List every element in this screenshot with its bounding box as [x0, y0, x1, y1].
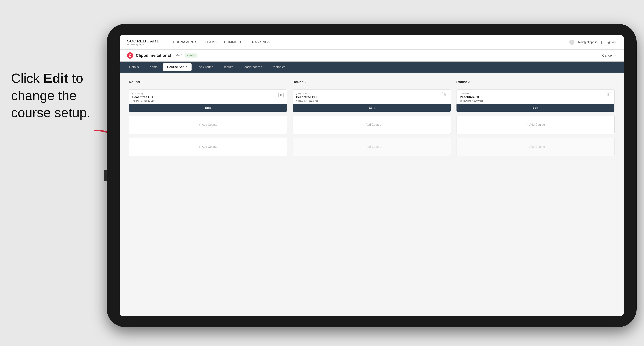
round-2-course-details: Yellow (M) (6629 yds)	[296, 99, 319, 102]
rounds-container: Round 1 (Course A) Peachtree GC Yellow (…	[129, 80, 614, 156]
round-1-add-course-1-plus-icon: +	[198, 123, 200, 127]
round-2-add-course-2-label: Add Course	[366, 145, 381, 149]
round-3-course-name: Peachtree GC	[460, 95, 483, 99]
tab-results[interactable]: Results	[218, 63, 237, 71]
hosting-badge: Hosting	[185, 53, 197, 57]
clippd-logo: C	[127, 52, 133, 59]
logo-main-text: SCOREBOARD	[127, 39, 160, 43]
scoreboard-logo: SCOREBOARD Powered by clippd	[127, 39, 160, 46]
round-1-add-course-1-label: Add Course	[202, 123, 218, 126]
tab-details[interactable]: Details	[125, 63, 143, 71]
nav-links: TOURNAMENTS TEAMS COMMITTEE RANKINGS	[171, 39, 560, 45]
round-2-edit-button[interactable]: Edit	[293, 104, 450, 112]
round-3-delete-button[interactable]: 🗑	[606, 92, 611, 97]
round-1-column: Round 1 (Course A) Peachtree GC Yellow (…	[129, 80, 287, 156]
round-2-course-card: (Course A) Peachtree GC Yellow (M) (6629…	[292, 89, 451, 112]
tablet-device: SCOREBOARD Powered by clippd TOURNAMENTS…	[107, 24, 637, 327]
round-3-column: Round 3 (Course A) Peachtree GC Yellow (…	[456, 80, 614, 156]
round-1-edit-button[interactable]: Edit	[129, 104, 287, 112]
tabs-bar: Details Teams Course Setup Tee Groups Re…	[120, 62, 624, 73]
round-2-add-course-1-label: Add Course	[366, 123, 381, 126]
tablet-screen: SCOREBOARD Powered by clippd TOURNAMENTS…	[120, 35, 624, 316]
round-2-delete-button[interactable]: 🗑	[442, 92, 447, 97]
tab-leaderboards[interactable]: Leaderboards	[239, 63, 266, 71]
round-2-add-course-1-plus-icon: +	[362, 123, 364, 127]
nav-separator: |	[601, 41, 602, 44]
round-3-course-card: (Course A) Peachtree GC Yellow (M) (6629…	[456, 89, 614, 112]
round-3-course-details: Yellow (M) (6629 yds)	[460, 99, 483, 102]
round-2-course-name: Peachtree GC	[296, 95, 319, 99]
tournament-gender: (Men)	[174, 54, 182, 57]
round-1-course-details: Yellow (M) (6629 yds)	[132, 99, 155, 102]
user-email: blair@clippd.io	[578, 41, 598, 44]
round-2-course-header: (Course A) Peachtree GC Yellow (M) (6629…	[293, 90, 450, 104]
cancel-button[interactable]: Cancel ✕	[602, 53, 616, 57]
round-1-add-course-2-label: Add Course	[202, 145, 218, 149]
round-1-add-course-2[interactable]: + Add Course	[129, 138, 287, 156]
round-2-course-info: (Course A) Peachtree GC Yellow (M) (6629…	[296, 92, 319, 102]
round-1-title: Round 1	[129, 80, 287, 84]
round-2-add-course-1[interactable]: + Add Course	[292, 116, 451, 134]
round-3-edit-button[interactable]: Edit	[456, 104, 614, 112]
top-navigation: SCOREBOARD Powered by clippd TOURNAMENTS…	[120, 35, 624, 50]
tab-course-setup[interactable]: Course Setup	[163, 63, 192, 71]
round-2-column: Round 2 (Course A) Peachtree GC Yellow (…	[292, 80, 451, 156]
round-3-title: Round 3	[456, 80, 614, 84]
tablet-side-button	[104, 170, 107, 181]
tab-printables[interactable]: Printables	[268, 63, 290, 71]
round-3-add-course-2-plus-icon: +	[526, 145, 528, 149]
round-3-add-course-1-label: Add Course	[529, 123, 545, 126]
tournament-info-left: C Clippd Invitational (Men) Hosting	[127, 52, 197, 59]
instruction-text: Click Edit tochange thecourse setup.	[11, 70, 107, 122]
sign-out-link[interactable]: Sign out	[606, 41, 616, 44]
round-1-course-header: (Course A) Peachtree GC Yellow (M) (6629…	[129, 90, 287, 104]
instruction-prefix: Click	[11, 71, 44, 86]
nav-teams[interactable]: TEAMS	[205, 39, 217, 45]
round-1-course-label: (Course A)	[132, 92, 155, 95]
round-1-course-info: (Course A) Peachtree GC Yellow (M) (6629…	[132, 92, 155, 102]
round-2-add-course-2-plus-icon: +	[362, 145, 364, 149]
round-1-add-course-1[interactable]: + Add Course	[129, 116, 287, 134]
tab-tee-groups[interactable]: Tee Groups	[193, 63, 217, 71]
nav-tournaments[interactable]: TOURNAMENTS	[171, 39, 198, 45]
instruction-bold: Edit	[44, 71, 68, 86]
round-1-add-course-2-plus-icon: +	[198, 145, 200, 149]
round-3-course-label: (Course A)	[460, 92, 483, 95]
round-3-add-course-1[interactable]: + Add Course	[456, 116, 614, 134]
logo-sub-text: Powered by clippd	[127, 43, 160, 46]
round-1-delete-button[interactable]: 🗑	[278, 92, 284, 97]
round-1-course-card: (Course A) Peachtree GC Yellow (M) (6629…	[129, 89, 287, 112]
round-3-add-course-2-label: Add Course	[529, 145, 545, 149]
round-2-course-label: (Course A)	[296, 92, 319, 95]
cancel-icon: ✕	[614, 53, 616, 57]
round-3-course-header: (Course A) Peachtree GC Yellow (M) (6629…	[456, 90, 614, 104]
nav-committee[interactable]: COMMITTEE	[224, 39, 245, 45]
round-2-title: Round 2	[292, 80, 451, 84]
nav-rankings[interactable]: RANKINGS	[252, 39, 270, 45]
round-3-course-info: (Course A) Peachtree GC Yellow (M) (6629…	[460, 92, 483, 102]
round-1-course-name: Peachtree GC	[132, 95, 155, 99]
user-avatar	[569, 40, 574, 45]
tournament-name: Clippd Invitational	[136, 53, 171, 58]
cancel-label: Cancel	[602, 54, 612, 57]
tournament-header: C Clippd Invitational (Men) Hosting Canc…	[120, 50, 624, 62]
nav-right-section: blair@clippd.io | Sign out	[569, 40, 616, 45]
tab-teams[interactable]: Teams	[144, 63, 162, 71]
main-content: Round 1 (Course A) Peachtree GC Yellow (…	[120, 73, 624, 316]
round-3-add-course-2: + Add Course	[456, 138, 614, 156]
round-3-add-course-1-plus-icon: +	[526, 123, 528, 127]
round-2-add-course-2: + Add Course	[292, 138, 451, 156]
